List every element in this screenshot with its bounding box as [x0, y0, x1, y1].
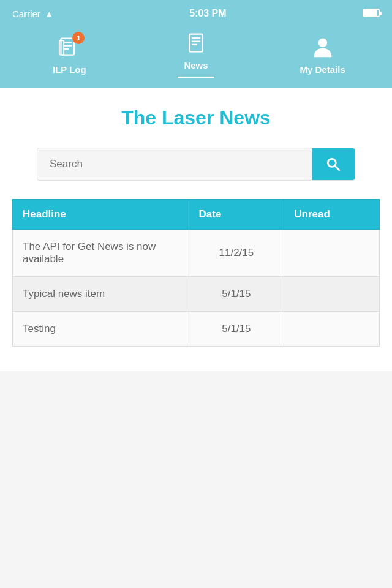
cell-date: 5/1/15: [189, 312, 284, 347]
status-bar-left: Carrier ▲: [12, 9, 53, 19]
my-details-icon-wrap: [311, 35, 335, 59]
svg-point-9: [318, 38, 326, 47]
ilp-log-badge: 1: [72, 32, 85, 44]
news-icon-wrap: [184, 31, 208, 55]
cell-unread: [284, 230, 380, 277]
svg-rect-6: [192, 37, 200, 39]
table-row[interactable]: Typical news item5/1/15: [13, 277, 380, 312]
svg-rect-1: [63, 42, 72, 43]
search-input[interactable]: [37, 148, 312, 180]
news-icon: [185, 32, 207, 54]
search-bar: [37, 148, 355, 181]
nav-item-news[interactable]: News: [133, 31, 260, 78]
news-label: News: [184, 60, 208, 70]
page-content: The Laser News Headline Date Unread The …: [0, 88, 392, 371]
col-headline: Headline: [13, 200, 189, 230]
svg-rect-8: [192, 44, 197, 45]
ilp-log-icon-wrap: 1: [57, 35, 81, 59]
col-date: Date: [189, 200, 284, 230]
carrier-label: Carrier: [12, 9, 40, 19]
search-button[interactable]: [312, 148, 355, 180]
battery-indicator: [363, 9, 380, 19]
cell-unread: [284, 312, 380, 347]
svg-rect-5: [189, 34, 203, 52]
cell-date: 11/2/15: [189, 230, 284, 277]
nav-bar: 1 ILP Log News My Details: [0, 27, 392, 88]
status-bar: Carrier ▲ 5:03 PM: [0, 0, 392, 27]
nav-item-ilp-log[interactable]: 1 ILP Log: [6, 35, 133, 75]
svg-rect-2: [63, 45, 72, 46]
cell-headline: The API for Get News is now available: [13, 230, 189, 277]
cell-headline: Testing: [13, 312, 189, 347]
cell-unread: [284, 277, 380, 312]
person-icon: [312, 36, 334, 58]
page-title: The Laser News: [12, 107, 380, 129]
table-header-row: Headline Date Unread: [13, 200, 380, 230]
news-active-indicator: [178, 77, 214, 78]
col-unread: Unread: [284, 200, 380, 230]
search-icon: [325, 156, 341, 172]
svg-rect-7: [192, 40, 200, 42]
cell-headline: Typical news item: [13, 277, 189, 312]
table-row[interactable]: The API for Get News is now available11/…: [13, 230, 380, 277]
my-details-label: My Details: [300, 64, 345, 75]
ilp-log-label: ILP Log: [53, 64, 86, 75]
cell-date: 5/1/15: [189, 277, 284, 312]
nav-item-my-details[interactable]: My Details: [259, 35, 386, 75]
news-table: Headline Date Unread The API for Get New…: [12, 199, 380, 347]
table-row[interactable]: Testing5/1/15: [13, 312, 380, 347]
svg-line-11: [335, 166, 339, 170]
wifi-icon: ▲: [45, 9, 53, 18]
status-bar-time: 5:03 PM: [189, 8, 226, 19]
